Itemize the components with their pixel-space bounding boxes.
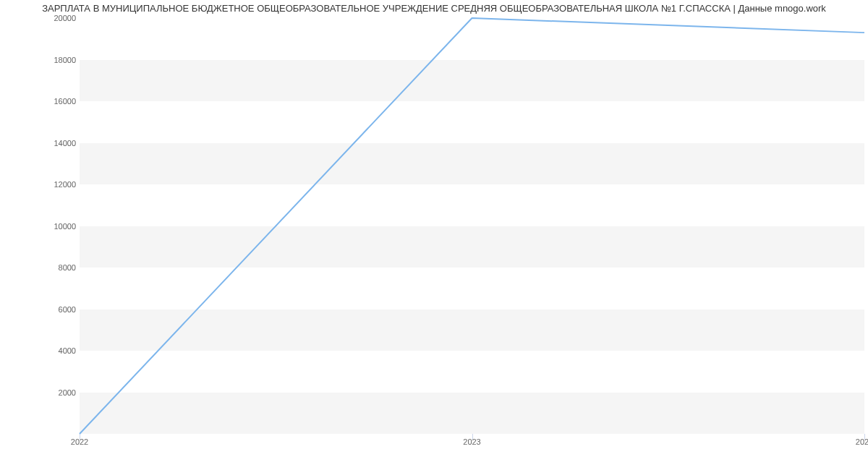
salary-chart: ЗАРПЛАТА В МУНИЦИПАЛЬНОЕ БЮДЖЕТНОЕ ОБЩЕО…: [0, 0, 868, 470]
y-tick-label: 10000: [54, 222, 76, 231]
chart-title: ЗАРПЛАТА В МУНИЦИПАЛЬНОЕ БЮДЖЕТНОЕ ОБЩЕО…: [0, 3, 868, 14]
y-tick-label: 18000: [54, 56, 76, 64]
y-tick-label: 12000: [54, 180, 76, 189]
y-tick-label: 20000: [54, 14, 76, 22]
y-tick-label: 4000: [59, 346, 76, 355]
y-tick-label: 2000: [59, 388, 76, 397]
y-tick-label: 8000: [59, 263, 76, 272]
y-tick-label: 6000: [59, 305, 76, 314]
x-tick-label: 2024: [856, 437, 868, 446]
x-tick-label: 2022: [71, 437, 88, 446]
y-tick-label: 14000: [54, 139, 76, 148]
x-tick-label: 2023: [463, 437, 480, 446]
series-line: [80, 18, 864, 434]
line-layer: [80, 18, 864, 434]
y-tick-label: 16000: [54, 97, 76, 106]
